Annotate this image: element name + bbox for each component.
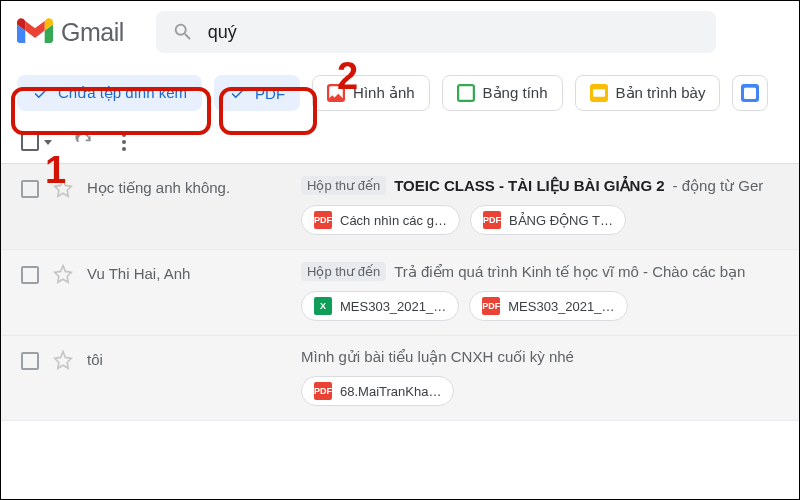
search-bar[interactable]: [156, 11, 716, 53]
attachment-name: Cách nhìn các g…: [340, 213, 447, 228]
filter-image[interactable]: Hình ảnh: [312, 75, 430, 111]
chip-label: PDF: [255, 85, 285, 102]
subject-rest: Mình gửi bài tiểu luận CNXH cuối kỳ nhé: [301, 348, 574, 366]
filter-spreadsheet[interactable]: Bảng tính: [442, 75, 563, 111]
chip-label: Bản trình bày: [616, 84, 706, 102]
sheets-icon: [457, 84, 475, 102]
email-list: Học tiếng anh không. Hộp thư đến TOEIC C…: [1, 163, 799, 421]
attachment-chip[interactable]: PDF BẢNG ĐỘNG T…: [470, 205, 626, 235]
row-checkbox[interactable]: [21, 180, 39, 198]
email-row[interactable]: Học tiếng anh không. Hộp thư đến TOEIC C…: [1, 164, 799, 250]
filter-presentation[interactable]: Bản trình bày: [575, 75, 721, 111]
sender: tôi: [87, 348, 287, 368]
email-content: Hộp thư đến TOEIC CLASS - TÀI LIỆU BÀI G…: [301, 176, 779, 235]
pdf-icon: PDF: [314, 382, 332, 400]
star-icon[interactable]: [53, 178, 73, 198]
check-icon: [229, 84, 247, 102]
star-icon[interactable]: [53, 264, 73, 284]
row-checkbox[interactable]: [21, 352, 39, 370]
svg-rect-2: [744, 88, 756, 91]
filter-has-attachment[interactable]: Chứa tệp đính kèm: [17, 75, 202, 111]
inbox-badge: Hộp thư đến: [301, 176, 386, 195]
check-icon: [32, 84, 50, 102]
slides-icon: [590, 84, 608, 102]
sender: Học tiếng anh không.: [87, 176, 287, 197]
svg-rect-0: [593, 89, 605, 97]
filter-more[interactable]: [732, 75, 768, 111]
email-row[interactable]: tôi Mình gửi bài tiểu luận CNXH cuối kỳ …: [1, 336, 799, 421]
checkbox-icon: [21, 133, 39, 151]
inbox-badge: Hộp thư đến: [301, 262, 386, 281]
attachment-name: MES303_2021_…: [508, 299, 614, 314]
header: Gmail: [1, 1, 799, 61]
calendar-icon: [741, 84, 759, 102]
subject-bold: TOEIC CLASS - TÀI LIỆU BÀI GIẢNG 2: [394, 177, 664, 195]
attachment-name: MES303_2021_…: [340, 299, 446, 314]
row-checkbox[interactable]: [21, 266, 39, 284]
star-icon[interactable]: [53, 350, 73, 370]
refresh-button[interactable]: [74, 132, 94, 152]
chip-label: Bảng tính: [483, 84, 548, 102]
gmail-logo[interactable]: Gmail: [17, 18, 124, 47]
attachment-chip[interactable]: X MES303_2021_…: [301, 291, 459, 321]
search-input[interactable]: [208, 22, 700, 43]
pdf-icon: PDF: [483, 211, 501, 229]
attachment-name: BẢNG ĐỘNG T…: [509, 213, 613, 228]
gmail-icon: [17, 18, 53, 46]
search-icon: [172, 21, 194, 43]
pdf-icon: PDF: [314, 211, 332, 229]
email-content: Mình gửi bài tiểu luận CNXH cuối kỳ nhé …: [301, 348, 779, 406]
subject-rest: - động từ Ger: [673, 177, 764, 195]
excel-icon: X: [314, 297, 332, 315]
attachment-chip[interactable]: PDF 68.MaiTranKha…: [301, 376, 454, 406]
email-row[interactable]: Vu Thi Hai, Anh Hộp thư đến Trả điểm quá…: [1, 250, 799, 336]
email-content: Hộp thư đến Trả điểm quá trình Kinh tế h…: [301, 262, 779, 321]
select-all-checkbox[interactable]: [21, 133, 52, 151]
chip-label: Hình ảnh: [353, 84, 415, 102]
attachment-chip[interactable]: PDF Cách nhìn các g…: [301, 205, 460, 235]
subject-rest: Trả điểm quá trình Kinh tế học vĩ mô - C…: [394, 263, 745, 281]
chip-label: Chứa tệp đính kèm: [58, 84, 187, 102]
image-icon: [327, 84, 345, 102]
filter-chips-row: Chứa tệp đính kèm PDF Hình ảnh Bảng tính…: [1, 61, 799, 123]
sender: Vu Thi Hai, Anh: [87, 262, 287, 282]
app-name: Gmail: [61, 18, 124, 47]
list-toolbar: [1, 123, 799, 163]
more-button[interactable]: [116, 131, 132, 153]
attachment-chip[interactable]: PDF MES303_2021_…: [469, 291, 627, 321]
filter-pdf[interactable]: PDF: [214, 75, 300, 111]
pdf-icon: PDF: [482, 297, 500, 315]
chevron-down-icon: [44, 140, 52, 145]
attachment-name: 68.MaiTranKha…: [340, 384, 441, 399]
